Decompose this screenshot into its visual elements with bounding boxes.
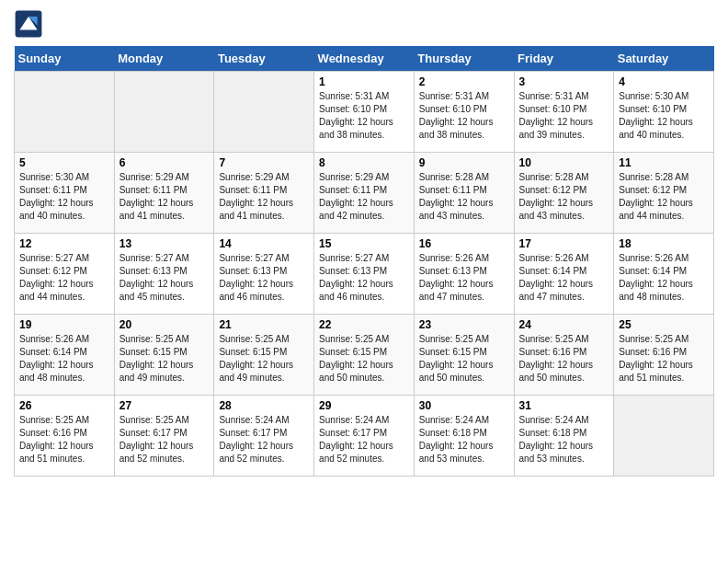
- calendar-cell: 9Sunrise: 5:28 AM Sunset: 6:11 PM Daylig…: [414, 153, 514, 234]
- day-info: Sunrise: 5:28 AM Sunset: 6:11 PM Dayligh…: [419, 171, 509, 223]
- day-info: Sunrise: 5:28 AM Sunset: 6:12 PM Dayligh…: [519, 171, 609, 223]
- day-number: 17: [519, 237, 609, 250]
- calendar-cell: 6Sunrise: 5:29 AM Sunset: 6:11 PM Daylig…: [114, 153, 214, 234]
- day-number: 31: [519, 399, 609, 412]
- day-info: Sunrise: 5:24 AM Sunset: 6:18 PM Dayligh…: [519, 414, 609, 465]
- day-info: Sunrise: 5:31 AM Sunset: 6:10 PM Dayligh…: [319, 90, 409, 142]
- day-number: 26: [19, 399, 109, 412]
- day-number: 30: [419, 399, 509, 412]
- day-number: 25: [619, 318, 709, 331]
- calendar-cell: 12Sunrise: 5:27 AM Sunset: 6:12 PM Dayli…: [15, 234, 115, 315]
- day-info: Sunrise: 5:26 AM Sunset: 6:13 PM Dayligh…: [419, 252, 509, 304]
- day-header-friday: Friday: [514, 46, 614, 72]
- day-info: Sunrise: 5:31 AM Sunset: 6:10 PM Dayligh…: [519, 90, 609, 142]
- day-number: 19: [19, 318, 109, 331]
- day-info: Sunrise: 5:27 AM Sunset: 6:12 PM Dayligh…: [19, 252, 109, 304]
- calendar-cell: 5Sunrise: 5:30 AM Sunset: 6:11 PM Daylig…: [15, 153, 115, 234]
- day-number: 3: [519, 75, 609, 88]
- calendar-week-1: 1Sunrise: 5:31 AM Sunset: 6:10 PM Daylig…: [15, 72, 714, 153]
- calendar-cell: 30Sunrise: 5:24 AM Sunset: 6:18 PM Dayli…: [414, 396, 514, 477]
- day-info: Sunrise: 5:27 AM Sunset: 6:13 PM Dayligh…: [319, 252, 409, 304]
- day-info: Sunrise: 5:29 AM Sunset: 6:11 PM Dayligh…: [319, 171, 409, 223]
- day-number: 4: [619, 75, 709, 88]
- day-number: 15: [319, 237, 409, 250]
- calendar-cell: 20Sunrise: 5:25 AM Sunset: 6:15 PM Dayli…: [114, 315, 214, 396]
- day-number: 8: [319, 156, 409, 169]
- day-number: 12: [19, 237, 109, 250]
- day-number: 27: [119, 399, 210, 412]
- calendar-cell: 23Sunrise: 5:25 AM Sunset: 6:15 PM Dayli…: [414, 315, 514, 396]
- day-info: Sunrise: 5:25 AM Sunset: 6:17 PM Dayligh…: [119, 414, 210, 465]
- calendar-cell: 10Sunrise: 5:28 AM Sunset: 6:12 PM Dayli…: [514, 153, 614, 234]
- day-info: Sunrise: 5:25 AM Sunset: 6:15 PM Dayligh…: [319, 333, 409, 385]
- calendar-cell: 16Sunrise: 5:26 AM Sunset: 6:13 PM Dayli…: [414, 234, 514, 315]
- day-number: 21: [219, 318, 309, 331]
- day-number: 7: [219, 156, 309, 169]
- day-number: 5: [19, 156, 109, 169]
- day-number: 23: [419, 318, 509, 331]
- day-info: Sunrise: 5:26 AM Sunset: 6:14 PM Dayligh…: [19, 333, 109, 385]
- day-header-saturday: Saturday: [614, 46, 714, 72]
- day-number: 9: [419, 156, 509, 169]
- day-number: 13: [119, 237, 210, 250]
- calendar-cell: 28Sunrise: 5:24 AM Sunset: 6:17 PM Dayli…: [214, 396, 314, 477]
- calendar-header-row: SundayMondayTuesdayWednesdayThursdayFrid…: [15, 46, 714, 72]
- day-number: 1: [319, 75, 409, 88]
- calendar-week-3: 12Sunrise: 5:27 AM Sunset: 6:12 PM Dayli…: [15, 234, 714, 315]
- calendar-cell: [114, 72, 214, 153]
- calendar-cell: 18Sunrise: 5:26 AM Sunset: 6:14 PM Dayli…: [614, 234, 714, 315]
- day-header-sunday: Sunday: [15, 46, 115, 72]
- day-info: Sunrise: 5:25 AM Sunset: 6:15 PM Dayligh…: [419, 333, 509, 385]
- calendar-cell: 4Sunrise: 5:30 AM Sunset: 6:10 PM Daylig…: [614, 72, 714, 153]
- day-number: 18: [619, 237, 709, 250]
- day-info: Sunrise: 5:25 AM Sunset: 6:16 PM Dayligh…: [619, 333, 709, 385]
- calendar-cell: 3Sunrise: 5:31 AM Sunset: 6:10 PM Daylig…: [514, 72, 614, 153]
- calendar-cell: 1Sunrise: 5:31 AM Sunset: 6:10 PM Daylig…: [314, 72, 415, 153]
- calendar-cell: 13Sunrise: 5:27 AM Sunset: 6:13 PM Dayli…: [114, 234, 214, 315]
- logo-icon: [14, 9, 43, 39]
- day-info: Sunrise: 5:29 AM Sunset: 6:11 PM Dayligh…: [119, 171, 210, 223]
- page-header: [14, 9, 714, 39]
- logo: [14, 9, 47, 39]
- calendar-cell: [15, 72, 115, 153]
- calendar-cell: 24Sunrise: 5:25 AM Sunset: 6:16 PM Dayli…: [514, 315, 614, 396]
- calendar-cell: 21Sunrise: 5:25 AM Sunset: 6:15 PM Dayli…: [214, 315, 314, 396]
- day-info: Sunrise: 5:25 AM Sunset: 6:16 PM Dayligh…: [519, 333, 609, 385]
- calendar-cell: 17Sunrise: 5:26 AM Sunset: 6:14 PM Dayli…: [514, 234, 614, 315]
- calendar-cell: 15Sunrise: 5:27 AM Sunset: 6:13 PM Dayli…: [314, 234, 415, 315]
- day-info: Sunrise: 5:24 AM Sunset: 6:17 PM Dayligh…: [219, 414, 309, 465]
- day-info: Sunrise: 5:25 AM Sunset: 6:16 PM Dayligh…: [19, 414, 109, 465]
- day-info: Sunrise: 5:27 AM Sunset: 6:13 PM Dayligh…: [119, 252, 210, 304]
- day-info: Sunrise: 5:24 AM Sunset: 6:18 PM Dayligh…: [419, 414, 509, 465]
- calendar-cell: 14Sunrise: 5:27 AM Sunset: 6:13 PM Dayli…: [214, 234, 314, 315]
- calendar-table: SundayMondayTuesdayWednesdayThursdayFrid…: [14, 46, 714, 477]
- day-info: Sunrise: 5:29 AM Sunset: 6:11 PM Dayligh…: [219, 171, 309, 223]
- calendar-cell: 2Sunrise: 5:31 AM Sunset: 6:10 PM Daylig…: [414, 72, 514, 153]
- day-number: 28: [219, 399, 309, 412]
- day-number: 14: [219, 237, 309, 250]
- day-number: 24: [519, 318, 609, 331]
- calendar-cell: 11Sunrise: 5:28 AM Sunset: 6:12 PM Dayli…: [614, 153, 714, 234]
- calendar-cell: 27Sunrise: 5:25 AM Sunset: 6:17 PM Dayli…: [114, 396, 214, 477]
- day-header-thursday: Thursday: [414, 46, 514, 72]
- day-number: 11: [619, 156, 709, 169]
- day-header-tuesday: Tuesday: [214, 46, 314, 72]
- calendar-cell: [214, 72, 314, 153]
- day-header-wednesday: Wednesday: [314, 46, 415, 72]
- calendar-cell: 31Sunrise: 5:24 AM Sunset: 6:18 PM Dayli…: [514, 396, 614, 477]
- day-number: 10: [519, 156, 609, 169]
- day-header-monday: Monday: [114, 46, 214, 72]
- calendar-cell: [614, 396, 714, 477]
- calendar-cell: 7Sunrise: 5:29 AM Sunset: 6:11 PM Daylig…: [214, 153, 314, 234]
- day-number: 16: [419, 237, 509, 250]
- calendar-week-2: 5Sunrise: 5:30 AM Sunset: 6:11 PM Daylig…: [15, 153, 714, 234]
- calendar-cell: 22Sunrise: 5:25 AM Sunset: 6:15 PM Dayli…: [314, 315, 415, 396]
- calendar-week-5: 26Sunrise: 5:25 AM Sunset: 6:16 PM Dayli…: [15, 396, 714, 477]
- day-info: Sunrise: 5:30 AM Sunset: 6:11 PM Dayligh…: [19, 171, 109, 223]
- day-number: 22: [319, 318, 409, 331]
- day-info: Sunrise: 5:25 AM Sunset: 6:15 PM Dayligh…: [119, 333, 210, 385]
- day-info: Sunrise: 5:26 AM Sunset: 6:14 PM Dayligh…: [619, 252, 709, 304]
- calendar-cell: 19Sunrise: 5:26 AM Sunset: 6:14 PM Dayli…: [15, 315, 115, 396]
- day-info: Sunrise: 5:26 AM Sunset: 6:14 PM Dayligh…: [519, 252, 609, 304]
- day-number: 6: [119, 156, 210, 169]
